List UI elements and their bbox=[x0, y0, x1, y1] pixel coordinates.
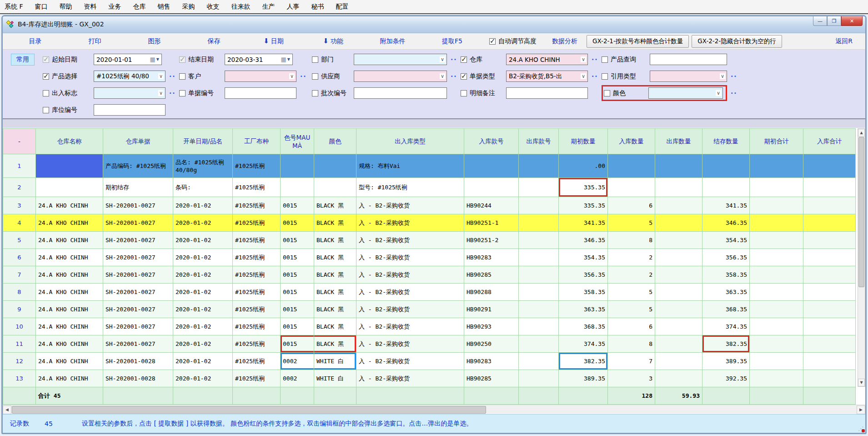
scroll-right-icon[interactable]: ▶ bbox=[857, 406, 865, 414]
cell-in_qty[interactable]: 2 bbox=[608, 266, 655, 284]
cell-doc[interactable]: SH-202001-0027 bbox=[103, 301, 173, 318]
doc-type-checkbox[interactable]: 单据类型 bbox=[461, 72, 506, 81]
column-header-num[interactable]: - bbox=[3, 129, 36, 154]
cell-type[interactable]: 入 - B2-采购收货 bbox=[356, 335, 464, 353]
multi-select-dots[interactable]: ·· bbox=[451, 56, 461, 63]
cell-in_total[interactable] bbox=[803, 335, 856, 353]
vertical-scroll-thumb[interactable] bbox=[858, 137, 864, 287]
menu-item[interactable]: 生产 bbox=[262, 3, 275, 11]
product-query-input[interactable] bbox=[650, 54, 727, 65]
cell-doc[interactable]: 期初结存 bbox=[103, 178, 173, 197]
cell-in_total[interactable] bbox=[803, 301, 856, 318]
cell-color[interactable]: WHITE 白 bbox=[314, 353, 356, 370]
common-button[interactable]: 常用 bbox=[11, 54, 35, 66]
cell-color[interactable]: BLACK 黑 bbox=[314, 232, 356, 249]
multi-select-dots[interactable]: ·· bbox=[169, 90, 179, 97]
cell-in_total[interactable] bbox=[803, 197, 856, 214]
cell-color[interactable]: BLACK 黑 bbox=[314, 301, 356, 318]
data-analysis-button[interactable]: 数据分析 bbox=[552, 37, 577, 46]
cell-date[interactable]: 2020-01-02 bbox=[173, 214, 233, 232]
functions-dropdown-button[interactable]: ⬇功能 bbox=[303, 37, 363, 46]
cell-balance_qty[interactable]: 392.35 bbox=[702, 370, 750, 387]
cell-in_qty[interactable]: 6 bbox=[608, 318, 655, 335]
graph-button[interactable]: 图形 bbox=[125, 37, 184, 46]
cell-open_total[interactable] bbox=[750, 197, 803, 214]
cell-out_style[interactable] bbox=[519, 232, 559, 249]
cell-fabric[interactable]: #1025纸裥 bbox=[233, 266, 281, 284]
cell-in_total[interactable] bbox=[803, 154, 856, 178]
table-row[interactable]: 2期初结存条码:#1025纸裥型号: #1025纸裥335.35 bbox=[3, 178, 856, 197]
cell-color[interactable]: BLACK 黑 bbox=[314, 266, 356, 284]
menu-item[interactable]: 配置 bbox=[336, 3, 349, 11]
cell-in_total[interactable] bbox=[803, 318, 856, 335]
horizontal-scroll-thumb[interactable] bbox=[12, 406, 486, 414]
cell-color_no[interactable]: 0015 bbox=[281, 266, 314, 284]
cell-in_total[interactable] bbox=[803, 249, 856, 266]
menu-item[interactable]: 采购 bbox=[182, 3, 195, 11]
menu-item[interactable]: 窗口 bbox=[35, 3, 48, 11]
cell-type[interactable]: 入 - B2-采购收货 bbox=[356, 301, 464, 318]
cell-warehouse[interactable]: 24.A KHO CHINH bbox=[36, 249, 103, 266]
cell-in_style[interactable] bbox=[464, 154, 519, 178]
table-row[interactable]: 924.A KHO CHINHSH-202001-00272020-01-02#… bbox=[3, 301, 856, 318]
cell-in_total[interactable] bbox=[803, 266, 856, 284]
cell-color_no[interactable]: 0002 bbox=[281, 370, 314, 387]
cell-out_style[interactable] bbox=[519, 353, 559, 370]
column-header-fabric[interactable]: 工厂布种 bbox=[233, 129, 281, 154]
cell-open_qty[interactable]: 354.35 bbox=[559, 249, 608, 266]
cell-type[interactable]: 入 - B2-采购收货 bbox=[356, 266, 464, 284]
cell-type[interactable]: 入 - B2-采购收货 bbox=[356, 353, 464, 370]
column-header-open_total[interactable]: 期初合计 bbox=[750, 129, 803, 154]
color-checkbox[interactable]: 颜色 bbox=[604, 89, 648, 97]
cell-color_no[interactable]: 0015 bbox=[281, 214, 314, 232]
menu-item[interactable]: 仓库 bbox=[133, 3, 146, 11]
cell-color[interactable] bbox=[314, 178, 356, 197]
cell-open_qty[interactable]: 382.35 bbox=[559, 353, 608, 370]
cell-open_total[interactable] bbox=[750, 353, 803, 370]
cell-color_no[interactable]: 0015 bbox=[281, 301, 314, 318]
cell-fabric[interactable]: #1025纸裥 bbox=[233, 249, 281, 266]
cell-balance_qty[interactable]: 356.35 bbox=[702, 249, 750, 266]
cell-warehouse[interactable]: 24.A KHO CHINH bbox=[36, 197, 103, 214]
department-dropdown[interactable]: ∨ bbox=[354, 54, 447, 65]
cell-date[interactable]: 2020-01-02 bbox=[173, 353, 233, 370]
cell-type[interactable]: 入 - B2-采购收货 bbox=[356, 214, 464, 232]
cell-open_total[interactable] bbox=[750, 178, 803, 197]
doc-no-checkbox[interactable]: 单据编号 bbox=[179, 89, 225, 97]
cell-fabric[interactable]: #1025纸裥 bbox=[233, 353, 281, 370]
cell-in_style[interactable]: HB90285 bbox=[464, 266, 519, 284]
cell-type[interactable]: 型号: #1025纸裥 bbox=[356, 178, 464, 197]
cell-date[interactable]: 2020-01-02 bbox=[173, 301, 233, 318]
cell-open_qty[interactable]: 389.35 bbox=[559, 370, 608, 387]
gx21-button[interactable]: GX-2-1-按款号布种颜色合计数量 bbox=[587, 35, 689, 48]
table-row[interactable]: 1224.A KHO CHINHSH-202001-00282020-01-02… bbox=[3, 353, 856, 370]
cell-out_style[interactable] bbox=[519, 370, 559, 387]
cell-color[interactable]: BLACK 黑 bbox=[314, 284, 356, 301]
scroll-down-icon[interactable]: ▼ bbox=[858, 379, 865, 386]
column-header-balance_qty[interactable]: 结存数量 bbox=[702, 129, 750, 154]
cell-out_style[interactable] bbox=[519, 266, 559, 284]
table-row[interactable]: 1产品编码: #1025纸裥品名: #1025纸裥 40/80g#1025纸裥规… bbox=[3, 154, 856, 178]
cell-fabric[interactable]: #1025纸裥 bbox=[233, 178, 281, 197]
column-header-type[interactable]: 出入库类型 bbox=[356, 129, 464, 154]
cell-open_total[interactable] bbox=[750, 214, 803, 232]
multi-select-dots[interactable]: ·· bbox=[731, 73, 739, 80]
cell-date[interactable]: 2020-01-02 bbox=[173, 249, 233, 266]
cell-color[interactable]: BLACK 黑 bbox=[314, 335, 356, 353]
column-header-open_qty[interactable]: 期初数量 bbox=[559, 129, 608, 154]
table-row[interactable]: 1324.A KHO CHINHSH-202001-00282020-01-02… bbox=[3, 370, 856, 387]
cell-fabric[interactable]: #1025纸裥 bbox=[233, 284, 281, 301]
warehouse-dropdown[interactable]: 24.A KHO CHINH∨ bbox=[506, 54, 588, 65]
cell-fabric[interactable]: #1025纸裥 bbox=[233, 197, 281, 214]
cell-open_qty[interactable]: 358.35 bbox=[559, 284, 608, 301]
cell-out_qty[interactable] bbox=[655, 318, 702, 335]
cell-color[interactable] bbox=[314, 154, 356, 178]
menu-item[interactable]: 业务 bbox=[109, 3, 121, 11]
menu-item[interactable]: 系统 F bbox=[5, 3, 23, 11]
cell-in_style[interactable]: HB90244 bbox=[464, 197, 519, 214]
cell-balance_qty[interactable]: 363.35 bbox=[702, 284, 750, 301]
color-dropdown[interactable]: ∨ bbox=[648, 87, 723, 99]
cell-doc[interactable]: SH-202001-0027 bbox=[103, 232, 173, 249]
cell-warehouse[interactable] bbox=[36, 178, 103, 197]
cell-in_style[interactable]: HB90250 bbox=[464, 335, 519, 353]
